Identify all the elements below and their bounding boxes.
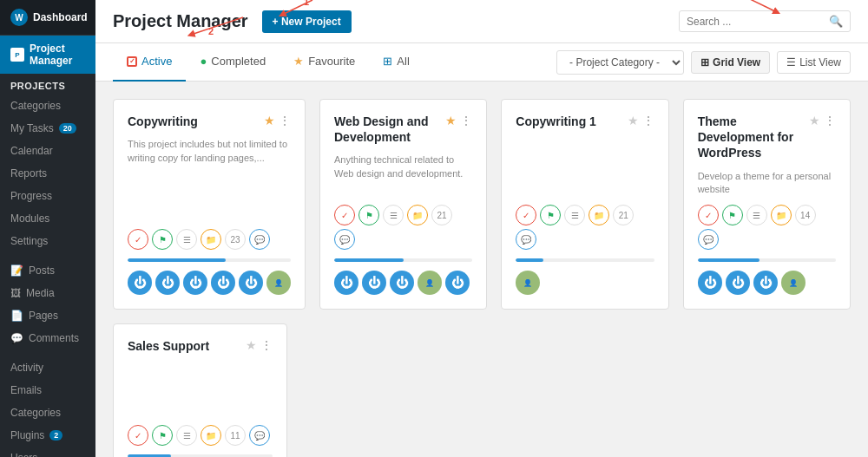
list-icon[interactable]: ☰	[383, 205, 404, 225]
card-menu-icon[interactable]: ⋮	[639, 114, 654, 127]
card-menu-icon[interactable]: ⋮	[820, 114, 836, 127]
milestone-icon[interactable]: ⚑	[722, 205, 743, 225]
avatar-1[interactable]: ⏻	[128, 271, 152, 295]
progress-bar	[128, 258, 291, 262]
milestone-icon[interactable]: ⚑	[358, 205, 379, 225]
avatar-photo-1[interactable]: 👤	[781, 271, 806, 295]
card-title: Copywriting 1	[516, 114, 627, 129]
avatar-photo-1[interactable]: 👤	[266, 271, 291, 295]
sidebar-item-pages[interactable]: 📄 Pages	[0, 304, 95, 327]
tab-favourite[interactable]: ★ Favourite	[279, 43, 369, 82]
tab-active[interactable]: ✓ Active	[113, 43, 186, 82]
task-icon[interactable]: ✓	[128, 229, 148, 250]
avatar-4[interactable]: ⏻	[445, 271, 470, 295]
milestone-icon[interactable]: ⚑	[152, 425, 173, 446]
comment-icon[interactable]: 💬	[249, 425, 270, 446]
sidebar-item-comments[interactable]: 💬 Comments	[0, 327, 95, 349]
milestone-icon[interactable]: ⚑	[540, 205, 561, 225]
avatar-3[interactable]: ⏻	[753, 271, 778, 295]
list-icon[interactable]: ☰	[176, 229, 197, 250]
filter-bar: ✓ Active ● Completed ★ Favourite ⊞ All -…	[95, 43, 868, 82]
sidebar-item-mytasks[interactable]: My Tasks 20	[0, 117, 95, 140]
file-icon[interactable]: 📁	[201, 229, 221, 250]
star-icon[interactable]: ★	[264, 114, 275, 127]
avatar-2[interactable]: ⏻	[362, 271, 386, 295]
comment-icon[interactable]: 💬	[516, 229, 536, 250]
tab-completed[interactable]: ● Completed	[186, 43, 279, 82]
sidebar-logo[interactable]: W Dashboard	[0, 0, 95, 36]
task-icon[interactable]: ✓	[334, 205, 355, 225]
list-icon[interactable]: ☰	[176, 425, 197, 446]
sidebar-item-calendar[interactable]: Calendar	[0, 140, 95, 162]
sidebar-label: Modules	[10, 212, 49, 225]
progress-bar	[698, 258, 836, 262]
sidebar-item-activity[interactable]: Activity	[0, 356, 95, 379]
card-header: Copywriting ★ ⋮	[128, 114, 291, 129]
sidebar-item-progress[interactable]: Progress	[0, 185, 95, 207]
time-icon[interactable]: 11	[225, 425, 246, 446]
new-project-button[interactable]: + New Project	[262, 10, 352, 33]
card-menu-icon[interactable]: ⋮	[457, 114, 472, 127]
dashboard-link[interactable]: Dashboard	[33, 11, 88, 23]
sidebar-item-appearance[interactable]: Categories	[0, 402, 95, 424]
sidebar-item-settings-pm[interactable]: Settings	[0, 230, 95, 252]
category-dropdown[interactable]: - Project Category -	[556, 50, 684, 75]
card-menu-icon[interactable]: ⋮	[257, 338, 273, 352]
progress-fill	[516, 258, 543, 262]
avatar-1[interactable]: ⏻	[698, 271, 722, 295]
avatar-1[interactable]: ⏻	[334, 271, 358, 295]
star-icon[interactable]: ★	[445, 114, 457, 127]
sidebar-item-modules[interactable]: Modules	[0, 207, 95, 230]
list-icon[interactable]: ☰	[564, 205, 585, 225]
star-icon[interactable]: ★	[246, 338, 257, 352]
card-stats-icons: ✓ ⚑ ☰ 📁 21 💬	[334, 205, 472, 250]
sidebar-item-media[interactable]: 🖼 Media	[0, 282, 95, 304]
list-icon[interactable]: ☰	[746, 205, 767, 225]
avatar-4[interactable]: ⏻	[211, 271, 235, 295]
sidebar-item-reports[interactable]: Reports	[0, 162, 95, 185]
sidebar-item-posts[interactable]: 📝 Posts	[0, 259, 95, 282]
comment-icon[interactable]: 💬	[334, 229, 355, 250]
avatar-photo-1[interactable]: 👤	[418, 271, 442, 295]
file-icon[interactable]: 📁	[771, 205, 792, 225]
task-icon[interactable]: ✓	[698, 205, 719, 225]
sidebar-item-categories[interactable]: Categories	[0, 95, 95, 117]
sidebar-label-text: Emails	[10, 384, 42, 396]
grid-view-button[interactable]: ⊞ Grid View	[691, 51, 770, 74]
list-view-icon: ☰	[786, 56, 796, 69]
sidebar-item-users[interactable]: Users	[0, 447, 95, 457]
task-icon[interactable]: ✓	[128, 425, 148, 446]
list-view-button[interactable]: ☰ List View	[777, 51, 851, 74]
time-icon[interactable]: 14	[795, 205, 816, 225]
avatar-2[interactable]: ⏻	[155, 271, 180, 295]
card-menu-icon[interactable]: ⋮	[275, 114, 291, 127]
time-icon[interactable]: 21	[431, 205, 452, 225]
time-icon[interactable]: 23	[225, 229, 246, 250]
avatar-photo-1[interactable]: 👤	[516, 271, 540, 295]
comment-icon[interactable]: 💬	[698, 229, 719, 250]
time-icon[interactable]: 21	[613, 205, 634, 225]
sidebar-pm-item[interactable]: P Project Manager	[0, 36, 95, 74]
tab-all[interactable]: ⊞ All	[369, 43, 423, 82]
comment-icon[interactable]: 💬	[249, 229, 270, 250]
project-card-copywriting1: Copywriting 1 ★ ⋮ ✓ ⚑ ☰ 📁 21 💬	[501, 99, 668, 310]
plugins-badge: 2	[49, 430, 62, 441]
sidebar-item-emails[interactable]: Emails	[0, 379, 95, 402]
avatar-3[interactable]: ⏻	[390, 271, 414, 295]
file-icon[interactable]: 📁	[589, 205, 609, 225]
card-avatars: ⏻ ⏻ ⏻ 👤	[698, 271, 836, 295]
card-title: Sales Support	[128, 338, 246, 354]
avatar-2[interactable]: ⏻	[726, 271, 750, 295]
file-icon[interactable]: 📁	[407, 205, 428, 225]
search-input[interactable]	[687, 16, 825, 28]
milestone-icon[interactable]: ⚑	[152, 229, 173, 250]
card-spacer	[128, 394, 273, 416]
file-icon[interactable]: 📁	[201, 425, 221, 446]
star-icon[interactable]: ★	[809, 114, 820, 127]
sidebar-label: My Tasks	[10, 122, 54, 134]
sidebar-item-plugins[interactable]: Plugins 2	[0, 424, 95, 447]
avatar-5[interactable]: ⏻	[239, 271, 263, 295]
avatar-3[interactable]: ⏻	[183, 271, 207, 295]
star-icon[interactable]: ★	[628, 114, 639, 127]
task-icon[interactable]: ✓	[516, 205, 536, 225]
